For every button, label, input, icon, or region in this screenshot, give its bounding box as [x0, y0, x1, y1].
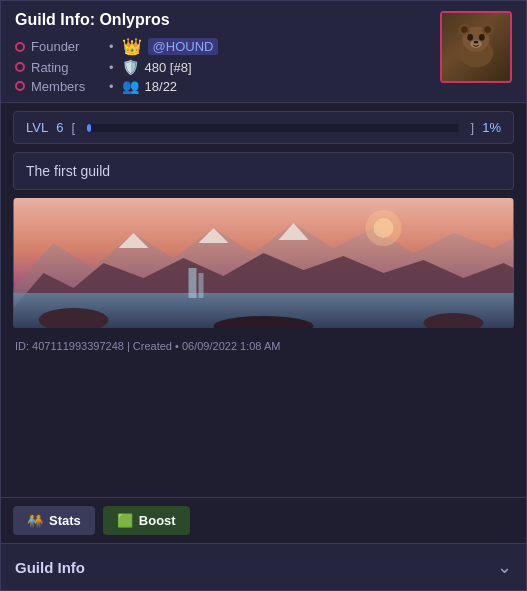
members-value: 18/22	[145, 79, 178, 94]
separator: •	[109, 60, 114, 75]
founder-value: @HOUND	[148, 38, 219, 55]
crown-icon: 👑	[122, 37, 142, 56]
bracket-open: [	[71, 120, 75, 135]
guild-info-panel: Guild Info: Onlypros Founder • 👑 @HOUND …	[0, 0, 527, 591]
svg-point-7	[479, 34, 485, 41]
stats-button[interactable]: 🧑‍🤝‍🧑 Stats	[13, 506, 95, 535]
stats-icon: 🧑‍🤝‍🧑	[27, 513, 43, 528]
level-bar-container: LVL 6 [ ] 1%	[13, 111, 514, 144]
separator: •	[109, 39, 114, 54]
svg-rect-14	[189, 268, 197, 298]
member-icon: 👥	[122, 78, 139, 94]
svg-point-9	[474, 41, 479, 44]
svg-point-5	[484, 26, 491, 33]
guild-title: Guild Info: Onlypros	[15, 11, 430, 29]
founder-label: Founder	[31, 39, 101, 54]
footer-buttons: 🧑‍🤝‍🧑 Stats 🟩 Boost	[1, 497, 526, 543]
bracket-close: ]	[471, 120, 475, 135]
guild-info-label: Guild Info	[15, 559, 85, 576]
separator: •	[109, 79, 114, 94]
description-text: The first guild	[26, 163, 110, 179]
stats-label: Stats	[49, 513, 81, 528]
shield-icon: 🛡️	[122, 59, 139, 75]
header-info: Guild Info: Onlypros Founder • 👑 @HOUND …	[15, 11, 430, 94]
boost-icon: 🟩	[117, 513, 133, 528]
xp-percent: 1%	[482, 120, 501, 135]
xp-bar-fill	[87, 124, 91, 132]
guild-info-bar[interactable]: Guild Info ⌄	[1, 543, 526, 590]
boost-button[interactable]: 🟩 Boost	[103, 506, 190, 535]
bear-avatar	[442, 13, 510, 81]
banner-illustration	[13, 198, 514, 328]
panel-body: LVL 6 [ ] 1% The first guild	[1, 103, 526, 497]
chevron-down-icon: ⌄	[497, 556, 512, 578]
rating-value: 480 [#8]	[145, 60, 192, 75]
panel-header: Guild Info: Onlypros Founder • 👑 @HOUND …	[1, 1, 526, 103]
bullet-icon	[15, 42, 25, 52]
meta-info: ID: 407111993397248 | Created • 06/09/20…	[13, 336, 514, 352]
members-label: Members	[31, 79, 101, 94]
members-row: Members • 👥 18/22	[15, 78, 430, 94]
level-number: 6	[56, 120, 63, 135]
rating-row: Rating • 🛡️ 480 [#8]	[15, 59, 430, 75]
guild-avatar	[440, 11, 512, 83]
founder-row: Founder • 👑 @HOUND	[15, 37, 430, 56]
boost-label: Boost	[139, 513, 176, 528]
bullet-icon	[15, 62, 25, 72]
rating-label: Rating	[31, 60, 101, 75]
level-prefix: LVL	[26, 120, 48, 135]
svg-point-4	[461, 26, 468, 33]
xp-bar	[87, 124, 459, 132]
svg-point-6	[467, 34, 473, 41]
bear-illustration	[447, 18, 505, 76]
info-table: Founder • 👑 @HOUND Rating • 🛡️ 480 [#8] …	[15, 37, 430, 94]
bullet-icon	[15, 81, 25, 91]
svg-point-23	[374, 218, 394, 238]
guild-banner	[13, 198, 514, 328]
svg-rect-15	[199, 273, 204, 298]
guild-description: The first guild	[13, 152, 514, 190]
